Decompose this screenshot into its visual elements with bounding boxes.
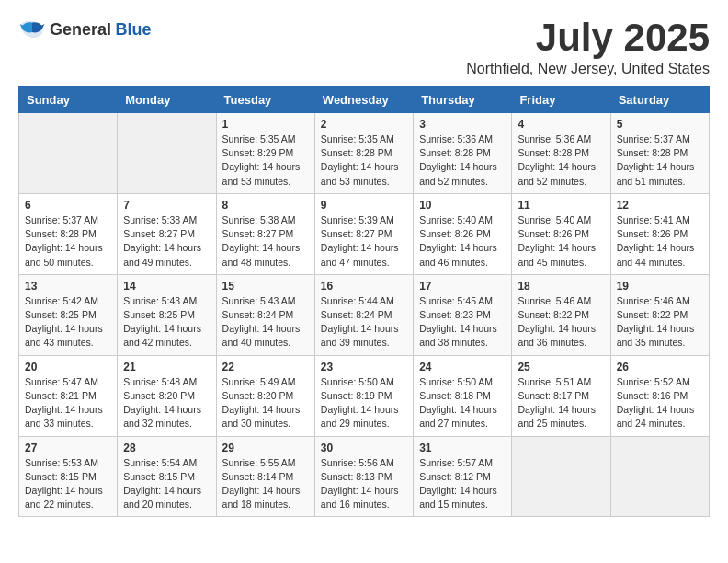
cell-content: Sunrise: 5:52 AMSunset: 8:16 PMDaylight:…: [617, 375, 703, 431]
cell-line: Sunrise: 5:57 AM: [419, 456, 506, 470]
cell-line: Daylight: 14 hours and 29 minutes.: [321, 403, 407, 431]
cell-line: Sunrise: 5:41 AM: [617, 213, 703, 227]
calendar-cell: 22Sunrise: 5:49 AMSunset: 8:20 PMDayligh…: [216, 355, 314, 436]
weekday-header-sunday: Sunday: [19, 87, 118, 113]
cell-line: Daylight: 14 hours and 15 minutes.: [419, 484, 506, 511]
cell-content: Sunrise: 5:54 AMSunset: 8:15 PMDaylight:…: [123, 456, 210, 512]
calendar-cell: 4Sunrise: 5:36 AMSunset: 8:28 PMDaylight…: [512, 113, 610, 194]
cell-line: Daylight: 14 hours and 27 minutes.: [419, 403, 506, 431]
cell-line: Sunset: 8:26 PM: [617, 227, 703, 241]
cell-content: Sunrise: 5:40 AMSunset: 8:26 PMDaylight:…: [518, 213, 604, 270]
cell-line: Sunrise: 5:39 AM: [321, 213, 407, 227]
cell-line: Sunrise: 5:45 AM: [419, 294, 506, 308]
calendar-cell: 2Sunrise: 5:35 AMSunset: 8:28 PMDaylight…: [314, 113, 413, 194]
day-number: 26: [617, 361, 703, 373]
calendar-cell: 31Sunrise: 5:57 AMSunset: 8:12 PMDayligh…: [414, 436, 512, 517]
cell-line: Sunset: 8:15 PM: [25, 470, 111, 484]
cell-line: Sunrise: 5:36 AM: [419, 132, 506, 146]
calendar-week-3: 13Sunrise: 5:42 AMSunset: 8:25 PMDayligh…: [19, 274, 710, 355]
cell-line: Sunrise: 5:43 AM: [222, 294, 309, 308]
logo-blue: Blue: [116, 20, 152, 39]
calendar-cell: 18Sunrise: 5:46 AMSunset: 8:22 PMDayligh…: [512, 274, 610, 355]
cell-line: Sunrise: 5:53 AM: [25, 456, 111, 470]
cell-line: Sunset: 8:29 PM: [222, 146, 309, 160]
day-number: 6: [25, 199, 111, 212]
calendar-cell: 30Sunrise: 5:56 AMSunset: 8:13 PMDayligh…: [314, 436, 413, 517]
day-number: 9: [321, 199, 407, 212]
weekday-header-thursday: Thursday: [414, 87, 512, 113]
cell-line: Sunrise: 5:44 AM: [321, 294, 407, 308]
calendar-cell: 5Sunrise: 5:37 AMSunset: 8:28 PMDaylight…: [610, 113, 709, 194]
cell-line: Sunrise: 5:48 AM: [123, 375, 210, 389]
day-number: 30: [321, 442, 407, 454]
calendar-cell: 28Sunrise: 5:54 AMSunset: 8:15 PMDayligh…: [118, 436, 216, 517]
calendar-cell: [19, 113, 118, 194]
cell-line: Sunset: 8:28 PM: [419, 146, 506, 160]
day-number: 7: [123, 199, 210, 212]
weekday-header-wednesday: Wednesday: [314, 87, 413, 113]
calendar-cell: 16Sunrise: 5:44 AMSunset: 8:24 PMDayligh…: [314, 274, 413, 355]
cell-line: Sunrise: 5:54 AM: [123, 456, 210, 470]
weekday-header-tuesday: Tuesday: [216, 87, 314, 113]
cell-line: Daylight: 14 hours and 24 minutes.: [617, 403, 703, 431]
cell-line: Daylight: 14 hours and 16 minutes.: [321, 484, 407, 511]
cell-content: Sunrise: 5:35 AMSunset: 8:28 PMDaylight:…: [321, 132, 407, 189]
cell-content: Sunrise: 5:42 AMSunset: 8:25 PMDaylight:…: [25, 294, 111, 350]
calendar-cell: 12Sunrise: 5:41 AMSunset: 8:26 PMDayligh…: [610, 193, 709, 274]
calendar-cell: 13Sunrise: 5:42 AMSunset: 8:25 PMDayligh…: [19, 274, 118, 355]
calendar-cell: 15Sunrise: 5:43 AMSunset: 8:24 PMDayligh…: [216, 274, 314, 355]
cell-content: Sunrise: 5:49 AMSunset: 8:20 PMDaylight:…: [222, 375, 309, 431]
cell-line: Sunset: 8:24 PM: [321, 308, 407, 322]
cell-line: Sunrise: 5:42 AM: [25, 294, 111, 308]
cell-line: Sunrise: 5:38 AM: [123, 213, 210, 227]
day-number: 29: [222, 442, 309, 454]
cell-content: Sunrise: 5:48 AMSunset: 8:20 PMDaylight:…: [123, 375, 210, 431]
calendar-cell: 23Sunrise: 5:50 AMSunset: 8:19 PMDayligh…: [314, 355, 413, 436]
day-number: 18: [518, 280, 604, 293]
cell-line: Daylight: 14 hours and 45 minutes.: [518, 241, 604, 269]
cell-line: Sunset: 8:14 PM: [222, 470, 309, 484]
calendar-cell: 17Sunrise: 5:45 AMSunset: 8:23 PMDayligh…: [414, 274, 512, 355]
day-number: 23: [321, 361, 407, 373]
day-number: 31: [419, 442, 506, 454]
cell-line: Daylight: 14 hours and 18 minutes.: [222, 484, 309, 511]
cell-line: Daylight: 14 hours and 53 minutes.: [222, 160, 309, 188]
calendar-cell: 27Sunrise: 5:53 AMSunset: 8:15 PMDayligh…: [19, 436, 118, 517]
cell-line: Daylight: 14 hours and 22 minutes.: [25, 484, 111, 511]
cell-line: Sunrise: 5:40 AM: [518, 213, 604, 227]
cell-line: Sunrise: 5:38 AM: [222, 213, 309, 227]
cell-line: Daylight: 14 hours and 51 minutes.: [617, 160, 703, 188]
cell-line: Sunset: 8:13 PM: [321, 470, 407, 484]
calendar-cell: 1Sunrise: 5:35 AMSunset: 8:29 PMDaylight…: [216, 113, 314, 194]
cell-line: Daylight: 14 hours and 40 minutes.: [222, 322, 309, 350]
cell-line: Daylight: 14 hours and 20 minutes.: [123, 484, 210, 511]
calendar-cell: 19Sunrise: 5:46 AMSunset: 8:22 PMDayligh…: [610, 274, 709, 355]
cell-line: Sunrise: 5:37 AM: [25, 213, 111, 227]
cell-line: Sunrise: 5:36 AM: [518, 132, 604, 146]
day-number: 8: [222, 199, 309, 212]
calendar-cell: 14Sunrise: 5:43 AMSunset: 8:25 PMDayligh…: [118, 274, 216, 355]
day-number: 4: [518, 118, 604, 131]
calendar-cell: [512, 436, 610, 517]
day-number: 3: [419, 118, 506, 131]
cell-line: Sunset: 8:12 PM: [419, 470, 506, 484]
cell-line: Sunrise: 5:37 AM: [617, 132, 703, 146]
cell-line: Daylight: 14 hours and 30 minutes.: [222, 403, 309, 431]
cell-content: Sunrise: 5:37 AMSunset: 8:28 PMDaylight:…: [25, 213, 111, 270]
cell-line: Sunrise: 5:47 AM: [25, 375, 111, 389]
day-number: 1: [222, 118, 309, 131]
calendar-cell: 8Sunrise: 5:38 AMSunset: 8:27 PMDaylight…: [216, 193, 314, 274]
calendar-week-2: 6Sunrise: 5:37 AMSunset: 8:28 PMDaylight…: [19, 193, 710, 274]
calendar-week-5: 27Sunrise: 5:53 AMSunset: 8:15 PMDayligh…: [19, 436, 710, 517]
calendar-cell: 25Sunrise: 5:51 AMSunset: 8:17 PMDayligh…: [512, 355, 610, 436]
title-area: July 2025 Northfield, New Jersey, United…: [466, 18, 710, 77]
cell-line: Sunset: 8:28 PM: [518, 146, 604, 160]
cell-line: Sunrise: 5:35 AM: [321, 132, 407, 146]
cell-content: Sunrise: 5:38 AMSunset: 8:27 PMDaylight:…: [222, 213, 309, 270]
day-number: 25: [518, 361, 604, 373]
cell-line: Sunrise: 5:43 AM: [123, 294, 210, 308]
cell-content: Sunrise: 5:51 AMSunset: 8:17 PMDaylight:…: [518, 375, 604, 431]
cell-line: Sunrise: 5:50 AM: [321, 375, 407, 389]
calendar-cell: 11Sunrise: 5:40 AMSunset: 8:26 PMDayligh…: [512, 193, 610, 274]
cell-line: Sunrise: 5:52 AM: [617, 375, 703, 389]
